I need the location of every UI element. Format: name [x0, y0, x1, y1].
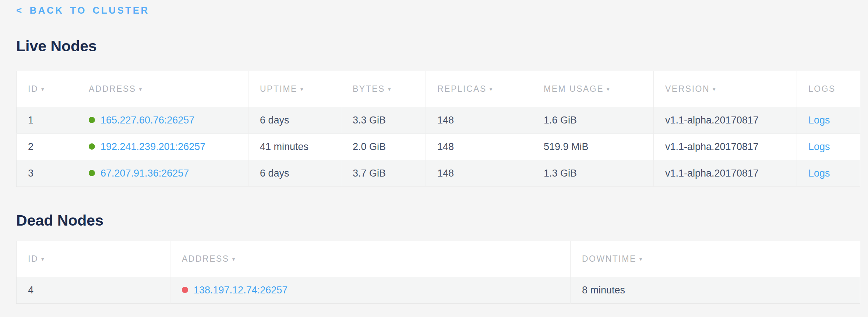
node-version-cell: v1.1-alpha.20170817 [654, 134, 797, 160]
node-id-cell: 1 [17, 107, 77, 134]
sort-arrow-icon: ▾ [388, 86, 392, 92]
column-header-label: ID [28, 84, 38, 94]
column-header-label: MEM USAGE [544, 84, 604, 94]
column-header-label: UPTIME [260, 84, 297, 94]
node-uptime-cell: 41 minutes [248, 134, 341, 160]
column-header-bytes[interactable]: BYTES▾ [341, 71, 426, 107]
column-header-label: LOGS [808, 84, 836, 94]
column-header-label: ADDRESS [89, 84, 136, 94]
column-header-label: BYTES [353, 84, 385, 94]
column-header-version[interactable]: VERSION▾ [654, 71, 797, 107]
dead-nodes-table: ID▾ ADDRESS▾ DOWNTIME▾ 4 138.197.12.74:2… [16, 241, 860, 304]
node-mem-usage-cell: 1.6 GiB [532, 107, 654, 134]
node-uptime-cell: 6 days [248, 160, 341, 187]
node-id-cell: 2 [17, 134, 77, 160]
sort-arrow-icon: ▾ [713, 86, 716, 92]
column-header-logs: LOGS [797, 71, 860, 107]
table-row: 1 165.227.60.76:26257 6 days 3.3 GiB 148… [17, 107, 860, 134]
dead-status-dot-icon [182, 287, 188, 293]
node-bytes-cell: 3.3 GiB [341, 107, 426, 134]
node-id-cell: 4 [17, 277, 170, 304]
live-status-dot-icon [89, 143, 95, 150]
nodes-page: < BACK TO CLUSTER Live Nodes ID▾ ADDRESS… [0, 0, 868, 304]
node-id-cell: 3 [17, 160, 77, 187]
dead-nodes-title: Dead Nodes [16, 212, 860, 229]
table-row: 3 67.207.91.36:26257 6 days 3.7 GiB 148 … [17, 160, 860, 187]
node-bytes-cell: 3.7 GiB [341, 160, 426, 187]
node-address-cell: 138.197.12.74:26257 [170, 277, 571, 304]
node-address-link[interactable]: 192.241.239.201:26257 [100, 141, 205, 152]
logs-link[interactable]: Logs [808, 115, 830, 126]
live-status-dot-icon [89, 170, 95, 176]
dead-table-header-row: ID▾ ADDRESS▾ DOWNTIME▾ [17, 241, 860, 277]
node-address-link[interactable]: 165.227.60.76:26257 [100, 115, 194, 126]
sort-arrow-icon: ▾ [639, 256, 643, 262]
node-version-cell: v1.1-alpha.20170817 [654, 107, 797, 134]
sort-arrow-icon: ▾ [607, 86, 610, 92]
node-logs-cell: Logs [797, 107, 860, 134]
node-downtime-cell: 8 minutes [571, 277, 860, 304]
column-header-label: ID [28, 254, 38, 264]
sort-arrow-icon: ▾ [139, 86, 143, 92]
node-address-cell: 192.241.239.201:26257 [77, 134, 248, 160]
column-header-downtime[interactable]: DOWNTIME▾ [571, 241, 860, 277]
column-header-uptime[interactable]: UPTIME▾ [248, 71, 341, 107]
live-status-dot-icon [89, 117, 95, 123]
sort-arrow-icon: ▾ [300, 86, 304, 92]
live-nodes-title: Live Nodes [16, 38, 860, 55]
column-header-label: DOWNTIME [582, 254, 636, 264]
logs-link[interactable]: Logs [808, 168, 830, 179]
table-row: 4 138.197.12.74:26257 8 minutes [17, 277, 860, 304]
node-address-link[interactable]: 67.207.91.36:26257 [100, 168, 189, 179]
node-logs-cell: Logs [797, 160, 860, 187]
column-header-replicas[interactable]: REPLICAS▾ [426, 71, 532, 107]
node-uptime-cell: 6 days [248, 107, 341, 134]
node-logs-cell: Logs [797, 134, 860, 160]
table-row: 2 192.241.239.201:26257 41 minutes 2.0 G… [17, 134, 860, 160]
column-header-label: ADDRESS [182, 254, 229, 264]
node-version-cell: v1.1-alpha.20170817 [654, 160, 797, 187]
node-mem-usage-cell: 1.3 GiB [532, 160, 654, 187]
sort-arrow-icon: ▾ [41, 256, 45, 262]
sort-arrow-icon: ▾ [232, 256, 236, 262]
node-mem-usage-cell: 519.9 MiB [532, 134, 654, 160]
live-table-header-row: ID▾ ADDRESS▾ UPTIME▾ BYTES▾ REPLICAS▾ ME… [17, 71, 860, 107]
column-header-mem-usage[interactable]: MEM USAGE▾ [532, 71, 654, 107]
column-header-label: REPLICAS [437, 84, 487, 94]
node-address-cell: 67.207.91.36:26257 [77, 160, 248, 187]
node-replicas-cell: 148 [426, 134, 532, 160]
column-header-id[interactable]: ID▾ [17, 71, 77, 107]
live-nodes-table: ID▾ ADDRESS▾ UPTIME▾ BYTES▾ REPLICAS▾ ME… [16, 71, 860, 187]
column-header-address[interactable]: ADDRESS▾ [77, 71, 248, 107]
sort-arrow-icon: ▾ [490, 86, 493, 92]
logs-link[interactable]: Logs [808, 141, 830, 152]
column-header-label: VERSION [665, 84, 710, 94]
node-address-cell: 165.227.60.76:26257 [77, 107, 248, 134]
column-header-id[interactable]: ID▾ [17, 241, 170, 277]
column-header-address[interactable]: ADDRESS▾ [170, 241, 571, 277]
node-replicas-cell: 148 [426, 107, 532, 134]
back-to-cluster-link[interactable]: < BACK TO CLUSTER [16, 4, 149, 16]
node-replicas-cell: 148 [426, 160, 532, 187]
node-bytes-cell: 2.0 GiB [341, 134, 426, 160]
node-address-link[interactable]: 138.197.12.74:26257 [194, 285, 287, 296]
sort-arrow-icon: ▾ [41, 86, 45, 92]
